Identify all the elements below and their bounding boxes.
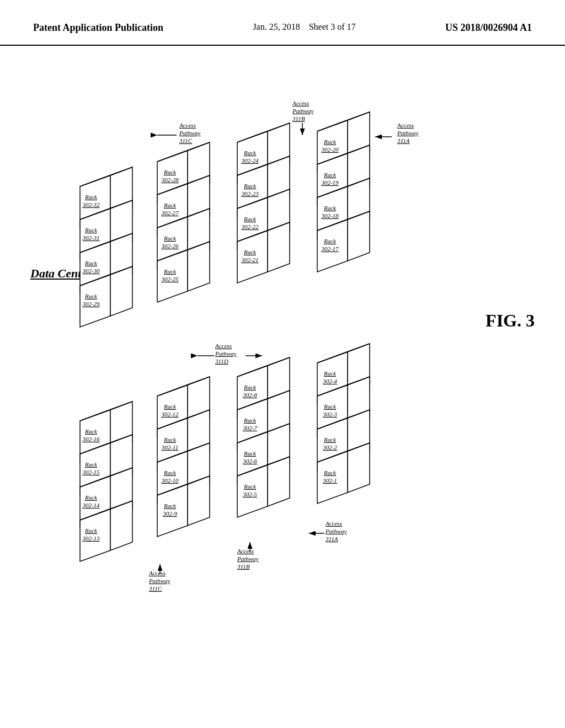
svg-text:302-13: 302-13 bbox=[82, 535, 100, 542]
svg-text:Access: Access bbox=[292, 100, 309, 106]
svg-text:311D: 311D bbox=[215, 358, 228, 365]
svg-text:Rack: Rack bbox=[243, 183, 257, 189]
svg-text:302-12: 302-12 bbox=[161, 411, 179, 417]
svg-text:302-19: 302-19 bbox=[321, 179, 339, 186]
svg-text:Pathway: Pathway bbox=[148, 577, 170, 584]
svg-text:Rack: Rack bbox=[243, 483, 257, 490]
svg-text:Rack: Rack bbox=[163, 436, 177, 443]
svg-text:302-4: 302-4 bbox=[322, 378, 337, 384]
svg-text:302-1: 302-1 bbox=[322, 477, 337, 484]
svg-text:Rack: Rack bbox=[84, 494, 98, 501]
svg-text:Pathway: Pathway bbox=[215, 350, 237, 357]
svg-text:311A: 311A bbox=[325, 536, 338, 542]
svg-text:Rack: Rack bbox=[163, 235, 177, 242]
pathway-311A-upper: Access Pathway 311A bbox=[375, 122, 419, 144]
svg-text:302-22: 302-22 bbox=[241, 223, 259, 230]
page-header: Patent Application Publication Jan. 25, … bbox=[0, 0, 565, 46]
svg-text:311B: 311B bbox=[237, 563, 250, 570]
svg-text:302-5: 302-5 bbox=[242, 491, 257, 497]
svg-text:Rack: Rack bbox=[243, 417, 257, 424]
svg-text:302-16: 302-16 bbox=[82, 436, 100, 442]
diagram-svg: .rack-text { font-family: 'Times New Rom… bbox=[0, 46, 565, 713]
pathway-311A-lower-right: Access Pathway 311A bbox=[309, 520, 347, 542]
publication-date: Jan. 25, 2018 bbox=[253, 22, 300, 31]
svg-text:302-15: 302-15 bbox=[82, 469, 100, 475]
patent-number: US 2018/0026904 A1 bbox=[445, 22, 532, 34]
svg-text:Rack: Rack bbox=[323, 370, 337, 377]
svg-text:Pathway: Pathway bbox=[325, 528, 347, 534]
svg-text:Rack: Rack bbox=[163, 202, 177, 208]
svg-text:302-30: 302-30 bbox=[82, 267, 100, 274]
svg-text:302-11: 302-11 bbox=[161, 444, 178, 451]
svg-text:Rack: Rack bbox=[243, 216, 257, 222]
svg-text:Rack: Rack bbox=[84, 227, 98, 233]
sheet-info: Sheet 3 of 17 bbox=[309, 22, 356, 31]
svg-text:302-28: 302-28 bbox=[161, 176, 179, 183]
svg-text:Rack: Rack bbox=[163, 169, 177, 175]
pathway-311C-upper: Access Pathway 311C bbox=[157, 122, 201, 144]
svg-text:Rack: Rack bbox=[163, 469, 177, 476]
svg-text:Rack: Rack bbox=[163, 502, 177, 509]
svg-text:302-24: 302-24 bbox=[241, 157, 259, 164]
svg-text:302-3: 302-3 bbox=[322, 411, 337, 417]
svg-text:Rack: Rack bbox=[84, 293, 98, 299]
svg-text:Rack: Rack bbox=[323, 238, 337, 244]
svg-text:Pathway: Pathway bbox=[179, 130, 201, 136]
svg-text:Access: Access bbox=[237, 548, 254, 554]
header-date-sheet: Jan. 25, 2018 Sheet 3 of 17 bbox=[253, 22, 355, 32]
svg-text:302-21: 302-21 bbox=[241, 256, 258, 263]
diagram-area: Data Center 300 FIG. 3 .rack-text { font… bbox=[0, 46, 565, 713]
svg-text:Rack: Rack bbox=[243, 384, 257, 390]
svg-text:Access: Access bbox=[179, 122, 196, 129]
svg-text:302-29: 302-29 bbox=[82, 301, 100, 307]
svg-text:302-32: 302-32 bbox=[82, 201, 100, 208]
svg-text:Rack: Rack bbox=[323, 436, 337, 443]
svg-text:Rack: Rack bbox=[243, 249, 257, 255]
svg-text:Rack: Rack bbox=[323, 138, 337, 145]
svg-text:Access: Access bbox=[148, 570, 166, 576]
svg-text:Rack: Rack bbox=[323, 172, 337, 178]
svg-text:302-14: 302-14 bbox=[82, 502, 100, 508]
svg-text:302-2: 302-2 bbox=[322, 444, 337, 451]
svg-text:Rack: Rack bbox=[84, 428, 98, 435]
svg-text:Access: Access bbox=[325, 520, 342, 527]
svg-text:302-20: 302-20 bbox=[321, 146, 339, 153]
svg-text:302-9: 302-9 bbox=[162, 510, 177, 517]
svg-text:Rack: Rack bbox=[84, 527, 98, 534]
svg-text:Rack: Rack bbox=[84, 194, 98, 200]
svg-text:Rack: Rack bbox=[323, 403, 337, 410]
svg-text:302-7: 302-7 bbox=[242, 425, 257, 431]
pathway-311B-lower: Access Pathway 311B bbox=[237, 542, 259, 570]
svg-text:302-26: 302-26 bbox=[161, 243, 179, 249]
svg-text:302-6: 302-6 bbox=[242, 458, 257, 464]
svg-text:Rack: Rack bbox=[163, 268, 177, 275]
svg-text:Pathway: Pathway bbox=[237, 555, 259, 562]
pathway-311B-upper: Access Pathway 311B bbox=[292, 100, 314, 135]
svg-text:Rack: Rack bbox=[84, 260, 98, 266]
svg-text:311B: 311B bbox=[292, 115, 305, 122]
svg-text:Rack: Rack bbox=[323, 205, 337, 211]
svg-text:302-23: 302-23 bbox=[241, 190, 259, 197]
svg-text:302-8: 302-8 bbox=[242, 392, 257, 398]
svg-text:Access: Access bbox=[397, 122, 414, 129]
svg-text:Rack: Rack bbox=[243, 450, 257, 457]
svg-text:311A: 311A bbox=[397, 137, 410, 144]
svg-text:Access: Access bbox=[215, 342, 232, 349]
svg-text:311C: 311C bbox=[179, 137, 193, 144]
pathway-311D: Access Pathway 311D bbox=[198, 342, 262, 365]
svg-text:302-17: 302-17 bbox=[321, 245, 339, 252]
svg-text:302-31: 302-31 bbox=[82, 234, 99, 241]
svg-text:311C: 311C bbox=[148, 585, 162, 592]
svg-text:Rack: Rack bbox=[84, 461, 98, 468]
publication-title: Patent Application Publication bbox=[33, 22, 163, 34]
svg-text:302-27: 302-27 bbox=[161, 210, 179, 216]
svg-text:Rack: Rack bbox=[243, 149, 257, 156]
svg-text:Pathway: Pathway bbox=[292, 108, 314, 114]
svg-text:302-10: 302-10 bbox=[161, 477, 179, 484]
svg-text:Rack: Rack bbox=[323, 469, 337, 476]
svg-text:302-18: 302-18 bbox=[321, 212, 339, 219]
svg-text:Pathway: Pathway bbox=[397, 130, 419, 136]
svg-text:302-25: 302-25 bbox=[161, 276, 179, 282]
svg-text:Rack: Rack bbox=[163, 403, 177, 410]
pathway-311C-lower: Access Pathway 311C bbox=[148, 564, 170, 592]
